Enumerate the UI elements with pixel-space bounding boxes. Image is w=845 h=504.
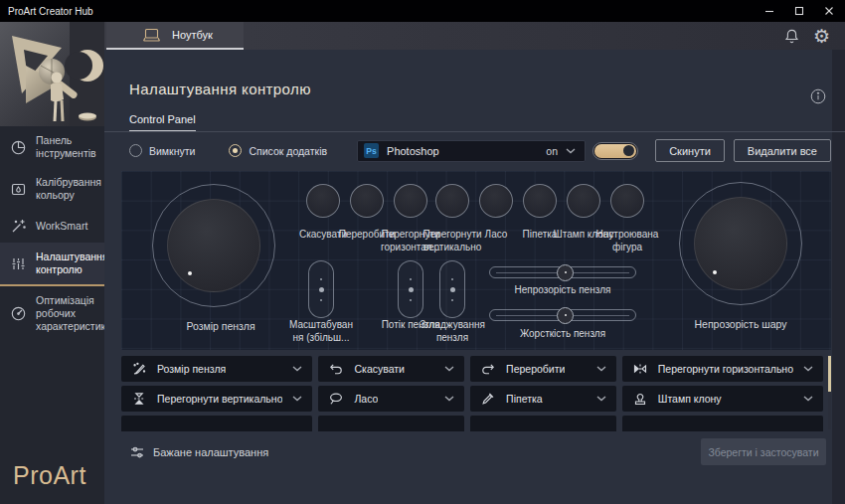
window-controls: [763, 0, 845, 22]
assignment-label: Штамп клону: [658, 393, 722, 405]
small-dial-clone-stamp[interactable]: [567, 184, 600, 218]
clone-stamp-icon: [632, 391, 648, 407]
brush-hardness-slider[interactable]: [489, 309, 636, 321]
chevron-down-icon: [596, 366, 606, 372]
eyedropper-icon: [480, 391, 496, 407]
sidebar-item-dashboard[interactable]: Панель інструментів: [0, 126, 104, 168]
assignment-lasso[interactable]: Ласо: [318, 386, 464, 412]
pill-brush-smoothing[interactable]: [439, 260, 465, 318]
assignment-redo[interactable]: Переробити: [470, 356, 616, 382]
undo-icon: [328, 361, 344, 377]
assignment-brush-size[interactable]: Розмір пензля: [121, 356, 312, 382]
proart-creator-hub-window: ProArt Creator Hub: [0, 0, 845, 504]
slider-thumb[interactable]: [557, 264, 574, 281]
assignment-clone-stamp[interactable]: Штамп клону: [622, 386, 823, 412]
app-select-dropdown[interactable]: Ps Photoshop on: [357, 140, 586, 162]
settings-gear-icon[interactable]: ⚙: [813, 27, 830, 46]
sidebar-item-color-calibration[interactable]: Калібрування кольору: [0, 168, 104, 210]
app-toggle-switch[interactable]: [592, 142, 638, 160]
radio-disable[interactable]: Вимкнути: [129, 144, 195, 157]
page-title: Налаштування контролю: [129, 81, 311, 97]
assignment-clipped[interactable]: [318, 416, 464, 431]
sidebar-item-control-settings[interactable]: Налаштування контролю: [0, 243, 104, 286]
chevron-down-icon: [292, 396, 302, 402]
tab-laptop[interactable]: Ноутбук: [106, 22, 244, 50]
preferred-settings-label: Бажане налаштування: [153, 446, 268, 458]
dial-panel: Розмір пензля Скасувати Переробити Перег…: [121, 171, 831, 350]
dial-indicator-dot: [188, 271, 192, 275]
assignment-eyedropper[interactable]: Піпетка: [470, 386, 616, 412]
main-area: Ноутбук ⚙ Налаштування контролю Control …: [104, 22, 845, 504]
proart-logo: ProArt: [13, 461, 86, 490]
assignment-clipped[interactable]: [121, 416, 312, 431]
small-dial-flip-vertical[interactable]: [435, 184, 469, 218]
small-dial-custom-shape[interactable]: [610, 184, 644, 218]
titlebar: ProArt Creator Hub: [0, 0, 845, 22]
dashboard-icon: [10, 139, 27, 156]
sidebar-item-worksmart[interactable]: WorkSmart: [0, 210, 104, 243]
slider-thumb[interactable]: [557, 307, 574, 324]
close-icon[interactable]: [823, 5, 835, 17]
chevron-down-icon: [444, 366, 454, 372]
radio-app-list[interactable]: Список додатків: [229, 144, 327, 157]
proart-artwork: [0, 22, 104, 126]
pill-brush-flow[interactable]: [398, 260, 423, 318]
sidebar: Панель інструментів Калібрування кольору…: [0, 22, 104, 504]
small-dial-eyedropper[interactable]: [523, 184, 557, 218]
chevron-down-icon: [803, 366, 813, 372]
dial-knob: [694, 197, 787, 290]
minimize-icon[interactable]: [763, 5, 775, 17]
assignment-clipped[interactable]: [470, 416, 616, 431]
flip-vertical-icon: [131, 391, 147, 407]
photoshop-badge-icon: Ps: [364, 143, 379, 158]
preferred-settings[interactable]: Бажане налаштування: [129, 444, 268, 460]
assignment-clipped[interactable]: [622, 416, 823, 431]
radio-disable-label: Вимкнути: [149, 145, 195, 157]
slider-label: Жорсткість пензля: [489, 328, 636, 339]
sidebar-item-label: Оптимізація робочих характеристик: [36, 294, 105, 333]
scrollbar-thumb[interactable]: [828, 356, 831, 392]
pill-label: Масштабування (збільш...: [287, 318, 355, 344]
pill-zoom[interactable]: [308, 260, 334, 318]
reset-button[interactable]: Скинути: [655, 139, 725, 162]
laptop-icon: [142, 28, 161, 43]
small-dial-label: Настроювана фігура: [594, 228, 660, 253]
redo-icon: [480, 361, 496, 377]
notification-bell-icon[interactable]: [783, 28, 800, 45]
small-dial-redo[interactable]: [350, 184, 384, 218]
brush-opacity-slider[interactable]: [489, 266, 636, 278]
small-dial-undo[interactable]: [306, 184, 340, 218]
maximize-icon[interactable]: [793, 5, 805, 17]
info-icon[interactable]: [810, 88, 826, 104]
assignment-label: Піпетка: [506, 393, 543, 405]
dial-indicator-dot: [713, 270, 717, 274]
sidebar-nav: Панель інструментів Калібрування кольору…: [0, 126, 104, 341]
assignment-flip-horizontal[interactable]: Перегорнути горизонтально: [622, 356, 823, 382]
brush-size-dial[interactable]: [152, 184, 275, 307]
small-dial-flip-horizontal[interactable]: [394, 184, 427, 218]
sidebar-item-label: WorkSmart: [36, 220, 87, 233]
footer-row: Бажане налаштування Зберегти і застосува…: [129, 438, 826, 465]
slider-label: Непрозорість пензля: [489, 284, 636, 295]
tab-divider: [104, 131, 845, 132]
color-calibration-icon: [10, 181, 27, 198]
delete-all-button[interactable]: Видалити все: [734, 139, 831, 162]
assignment-label: Переробити: [506, 363, 565, 375]
small-dial-lasso[interactable]: [479, 184, 513, 218]
tab-control-panel[interactable]: Control Panel: [129, 113, 196, 132]
mixer-icon: [10, 255, 27, 272]
chevron-down-icon: [566, 148, 576, 154]
preferences-sliders-icon: [129, 444, 145, 460]
save-apply-button[interactable]: Зберегти і застосувати: [701, 438, 826, 465]
wand-icon: [10, 218, 27, 235]
sidebar-item-label: Налаштування контролю: [36, 251, 108, 276]
sidebar-item-performance[interactable]: Оптимізація робочих характеристик: [0, 286, 104, 341]
assignment-label: Ласо: [354, 393, 378, 405]
layer-opacity-dial[interactable]: [679, 182, 802, 305]
app-state-value[interactable]: on: [546, 145, 558, 157]
assignment-flip-vertical[interactable]: Перегорнути вертикально: [121, 386, 312, 412]
grid-scrollbar[interactable]: [828, 356, 831, 429]
window-title: ProArt Creator Hub: [8, 6, 93, 17]
lasso-icon: [328, 391, 344, 407]
assignment-undo[interactable]: Скасувати: [318, 356, 464, 382]
